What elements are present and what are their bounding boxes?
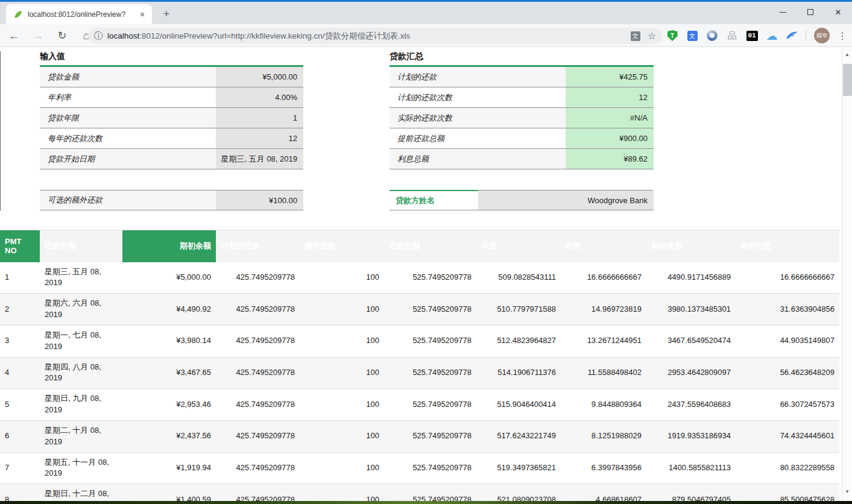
window-controls: ✕ bbox=[769, 2, 852, 22]
schedule-cell: 100 bbox=[300, 294, 384, 326]
page-background-strip bbox=[0, 501, 852, 504]
row-value: 星期三, 五月 08, 2019 bbox=[216, 149, 303, 169]
close-button[interactable]: ✕ bbox=[824, 2, 852, 22]
schedule-header-cell: PMT NO bbox=[0, 230, 40, 262]
schedule-cell: 13.2671244951 bbox=[561, 325, 646, 357]
lender-panel: 贷款方姓名 Woodgrove Bank bbox=[390, 190, 654, 210]
url-text[interactable]: localhost:8012/onlinePreview?url=http://… bbox=[107, 31, 631, 42]
schedule-cell: 100 bbox=[300, 357, 384, 389]
schedule-cell: 425.7495209778 bbox=[216, 420, 300, 452]
translate-icon: 文 bbox=[687, 31, 698, 41]
schedule-cell: 8.1251988029 bbox=[561, 420, 646, 452]
cloud-icon: ☁ bbox=[766, 29, 778, 43]
row-label: 计划的还款次数 bbox=[390, 87, 566, 107]
url-path: :8012/onlinePreview?url=http://kkfilevie… bbox=[139, 31, 410, 40]
extension-icons: T 文 品 01 ☁ 精华 ⋮ bbox=[666, 24, 846, 47]
tampermonkey-extension-button[interactable]: T bbox=[666, 30, 678, 42]
titlebar-accent bbox=[0, 0, 852, 2]
kkfileview-favicon-leaf-icon bbox=[13, 10, 23, 19]
address-bar[interactable]: ⓘ localhost:8012/onlinePreview?url=http:… bbox=[88, 28, 662, 44]
table-row: 利息总额¥89.62 bbox=[390, 149, 654, 169]
schedule-row: 2星期六, 六月 08, 2019¥4,490.92425.7495209778… bbox=[0, 294, 839, 326]
schedule-header-cell: 利息 bbox=[561, 230, 646, 262]
schedule-cell: 525.7495209778 bbox=[384, 294, 476, 326]
minimize-icon bbox=[780, 12, 786, 13]
row-value: 4.00% bbox=[216, 87, 303, 107]
schedule-cell: 1919.9353186934 bbox=[646, 420, 736, 452]
schedule-cell: 2437.5596408683 bbox=[646, 389, 736, 421]
bookmark-star-icon[interactable]: ☆ bbox=[648, 30, 656, 42]
vertical-scrollbar[interactable]: ▲ ▼ bbox=[842, 48, 852, 501]
tab-close-icon[interactable]: ✕ bbox=[137, 10, 147, 19]
schedule-cell: 525.7495209778 bbox=[384, 357, 476, 389]
browser-window: localhost:8012/onlinePreview? ✕ + ✕ ← → … bbox=[0, 0, 852, 504]
schedule-cell: 517.6243221749 bbox=[476, 420, 561, 452]
extra-payment-panel: 可选的额外还款 ¥100.00 bbox=[40, 190, 303, 210]
schedule-cell: 星期五, 十一月 08, 2019 bbox=[40, 452, 122, 484]
maximize-button[interactable] bbox=[797, 2, 824, 22]
schedule-cell: 星期四, 八月 08, 2019 bbox=[40, 357, 122, 389]
browser-menu-icon[interactable]: ⋮ bbox=[838, 30, 846, 42]
schedule-cell: 519.3497365821 bbox=[476, 452, 561, 484]
forward-icon[interactable]: → bbox=[31, 30, 45, 42]
schedule-cell: 425.7495209778 bbox=[216, 294, 300, 326]
table-row: 每年的还款次数12 bbox=[40, 128, 303, 149]
toolbar-divider bbox=[806, 30, 806, 41]
back-icon[interactable]: ← bbox=[7, 30, 21, 42]
row-label: 每年的还款次数 bbox=[40, 128, 216, 148]
profile-avatar[interactable]: 精华 bbox=[814, 28, 830, 43]
schedule-cell: 100 bbox=[300, 389, 384, 421]
01-extension-button[interactable]: 01 bbox=[746, 30, 758, 42]
row-label: 贷款开始日期 bbox=[40, 149, 216, 169]
schedule-cell: 31.6363904856 bbox=[736, 294, 839, 326]
extra-payment-row: 可选的额外还款 ¥100.00 bbox=[40, 190, 303, 210]
row-value: 12 bbox=[216, 128, 303, 148]
row-label: 利息总额 bbox=[390, 149, 566, 169]
page-info-icon[interactable]: ⓘ bbox=[94, 31, 103, 42]
schedule-cell: 4 bbox=[0, 357, 40, 389]
row-label: 提前还款总额 bbox=[390, 128, 566, 148]
cloud-extension-button[interactable]: ☁ bbox=[766, 30, 778, 42]
refresh-icon[interactable]: ↻ bbox=[55, 29, 69, 42]
swirl-extension-button[interactable] bbox=[706, 30, 718, 42]
bird-extension-button[interactable] bbox=[786, 30, 798, 42]
schedule-cell: ¥2,437.56 bbox=[122, 420, 216, 452]
schedule-cell: 2953.4642809097 bbox=[646, 357, 736, 389]
schedule-cell: 1 bbox=[0, 262, 40, 294]
scroll-up-icon[interactable]: ▲ bbox=[842, 49, 852, 59]
table-row: 贷款金额¥5,000.00 bbox=[40, 67, 303, 87]
row-value: 1 bbox=[216, 108, 303, 128]
schedule-cell: ¥2,953.46 bbox=[122, 389, 216, 421]
schedule-header-cell: 本金 bbox=[476, 230, 561, 262]
table-row: 贷款开始日期星期三, 五月 08, 2019 bbox=[40, 149, 303, 169]
row-value: ¥5,000.00 bbox=[216, 67, 303, 87]
schedule-cell: 425.7495209778 bbox=[216, 357, 300, 389]
schedule-row: 4星期四, 八月 08, 2019¥3,467.65425.7495209778… bbox=[0, 357, 839, 389]
browser-tab[interactable]: localhost:8012/onlinePreview? ✕ bbox=[6, 4, 152, 24]
schedule-cell: 100 bbox=[300, 262, 384, 294]
schedule-cell: 1400.5855821113 bbox=[646, 452, 736, 484]
maximize-icon bbox=[807, 9, 813, 15]
schedule-cell: 512.4823964827 bbox=[476, 325, 561, 357]
sitemap-extension-button[interactable]: 品 bbox=[726, 30, 738, 42]
schedule-cell: 3 bbox=[0, 325, 40, 357]
translate-page-icon[interactable]: 文 bbox=[631, 31, 640, 41]
row-label: 实际的还款次数 bbox=[390, 108, 566, 128]
amortization-schedule: PMT NO还款日期期初余额计划的还款额外还款还款总额本金利息期终余额累积利息 … bbox=[0, 230, 839, 504]
table-row: 贷款年限1 bbox=[40, 108, 303, 128]
schedule-cell: 100 bbox=[300, 325, 384, 357]
new-tab-button[interactable]: + bbox=[159, 7, 174, 22]
schedule-header-row: PMT NO还款日期期初余额计划的还款额外还款还款总额本金利息期终余额累积利息 bbox=[0, 230, 839, 262]
schedule-cell: ¥3,467.65 bbox=[122, 357, 216, 389]
schedule-cell: 6 bbox=[0, 420, 40, 452]
translate-extension-button[interactable]: 文 bbox=[686, 30, 698, 42]
scroll-down-icon[interactable]: ▼ bbox=[842, 487, 852, 496]
scrollbar-thumb[interactable] bbox=[843, 64, 852, 96]
row-value: 12 bbox=[566, 87, 654, 107]
schedule-cell: ¥4,490.92 bbox=[122, 294, 216, 326]
tab-title: localhost:8012/onlinePreview? bbox=[28, 10, 137, 19]
loan-summary-panel: 贷款汇总 计划的还款¥425.75计划的还款次数12实际的还款次数#N/A提前还… bbox=[390, 51, 654, 169]
schedule-cell: 525.7495209778 bbox=[384, 452, 476, 484]
minimize-button[interactable] bbox=[769, 2, 797, 22]
lender-label: 贷款方姓名 bbox=[390, 190, 478, 210]
